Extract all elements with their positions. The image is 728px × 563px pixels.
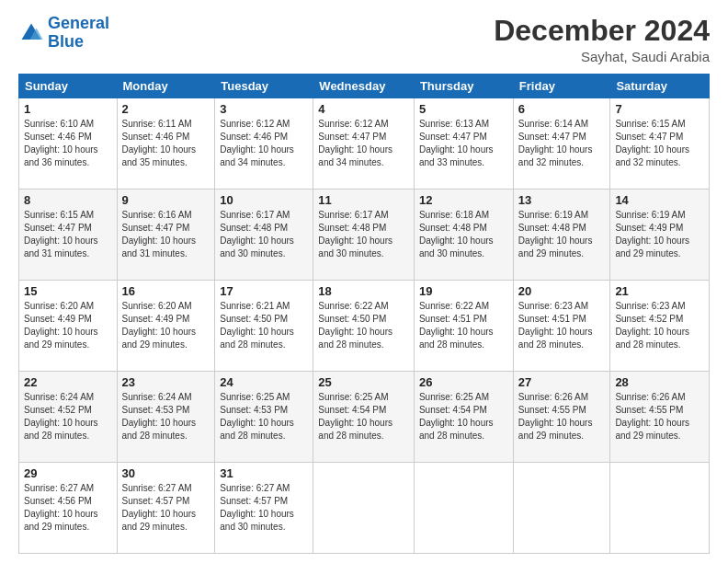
day-info: Sunrise: 6:22 AM Sunset: 4:51 PM Dayligh…	[419, 300, 508, 351]
weekday-header-row: SundayMondayTuesdayWednesdayThursdayFrid…	[19, 75, 710, 98]
day-number: 1	[24, 102, 112, 116]
calendar-week-row: 15Sunrise: 6:20 AM Sunset: 4:49 PM Dayli…	[19, 281, 710, 372]
day-number: 12	[419, 193, 508, 207]
calendar-cell	[513, 463, 610, 554]
day-number: 30	[122, 466, 210, 480]
weekday-header: Wednesday	[313, 75, 415, 98]
day-info: Sunrise: 6:16 AM Sunset: 4:47 PM Dayligh…	[122, 209, 210, 260]
calendar-cell	[610, 463, 710, 554]
weekday-header: Friday	[513, 75, 610, 98]
day-info: Sunrise: 6:12 AM Sunset: 4:46 PM Dayligh…	[220, 118, 308, 169]
day-info: Sunrise: 6:22 AM Sunset: 4:50 PM Dayligh…	[318, 300, 409, 351]
day-number: 20	[518, 284, 606, 298]
calendar-cell: 4Sunrise: 6:12 AM Sunset: 4:47 PM Daylig…	[313, 98, 415, 190]
calendar-cell: 10Sunrise: 6:17 AM Sunset: 4:48 PM Dayli…	[215, 190, 313, 281]
day-info: Sunrise: 6:24 AM Sunset: 4:52 PM Dayligh…	[24, 391, 112, 442]
calendar-cell: 31Sunrise: 6:27 AM Sunset: 4:57 PM Dayli…	[215, 463, 313, 554]
day-info: Sunrise: 6:15 AM Sunset: 4:47 PM Dayligh…	[615, 118, 704, 169]
calendar-cell: 24Sunrise: 6:25 AM Sunset: 4:53 PM Dayli…	[215, 372, 313, 463]
calendar-week-row: 29Sunrise: 6:27 AM Sunset: 4:56 PM Dayli…	[19, 463, 710, 554]
day-number: 8	[24, 193, 112, 207]
day-info: Sunrise: 6:25 AM Sunset: 4:54 PM Dayligh…	[318, 391, 409, 442]
day-number: 16	[122, 284, 210, 298]
day-info: Sunrise: 6:19 AM Sunset: 4:48 PM Dayligh…	[518, 209, 606, 260]
day-number: 7	[615, 102, 704, 116]
day-info: Sunrise: 6:27 AM Sunset: 4:56 PM Dayligh…	[24, 482, 112, 534]
calendar-cell: 25Sunrise: 6:25 AM Sunset: 4:54 PM Dayli…	[313, 372, 415, 463]
day-number: 6	[518, 102, 606, 116]
day-info: Sunrise: 6:18 AM Sunset: 4:48 PM Dayligh…	[419, 209, 508, 260]
day-number: 15	[24, 284, 112, 298]
calendar-cell: 26Sunrise: 6:25 AM Sunset: 4:54 PM Dayli…	[414, 372, 513, 463]
day-info: Sunrise: 6:19 AM Sunset: 4:49 PM Dayligh…	[615, 209, 704, 260]
day-info: Sunrise: 6:27 AM Sunset: 4:57 PM Dayligh…	[220, 482, 308, 534]
day-number: 21	[615, 284, 704, 298]
day-info: Sunrise: 6:26 AM Sunset: 4:55 PM Dayligh…	[518, 391, 606, 442]
day-info: Sunrise: 6:17 AM Sunset: 4:48 PM Dayligh…	[318, 209, 409, 260]
day-number: 3	[220, 102, 308, 116]
day-number: 17	[220, 284, 308, 298]
calendar-cell: 21Sunrise: 6:23 AM Sunset: 4:52 PM Dayli…	[610, 281, 710, 372]
day-info: Sunrise: 6:12 AM Sunset: 4:47 PM Dayligh…	[318, 118, 409, 169]
day-info: Sunrise: 6:24 AM Sunset: 4:53 PM Dayligh…	[122, 391, 210, 442]
calendar-cell: 12Sunrise: 6:18 AM Sunset: 4:48 PM Dayli…	[414, 190, 513, 281]
day-info: Sunrise: 6:21 AM Sunset: 4:50 PM Dayligh…	[220, 300, 308, 351]
day-number: 22	[24, 375, 112, 389]
day-number: 18	[318, 284, 409, 298]
day-info: Sunrise: 6:26 AM Sunset: 4:55 PM Dayligh…	[615, 391, 704, 442]
calendar-cell: 8Sunrise: 6:15 AM Sunset: 4:47 PM Daylig…	[19, 190, 118, 281]
calendar-cell: 15Sunrise: 6:20 AM Sunset: 4:49 PM Dayli…	[19, 281, 118, 372]
logo-text: General Blue	[48, 15, 109, 52]
calendar-cell	[313, 463, 415, 554]
day-info: Sunrise: 6:20 AM Sunset: 4:49 PM Dayligh…	[24, 300, 112, 351]
day-number: 9	[122, 193, 210, 207]
title-block: December 2024 Sayhat, Saudi Arabia	[494, 15, 710, 64]
day-number: 27	[518, 375, 606, 389]
calendar-week-row: 8Sunrise: 6:15 AM Sunset: 4:47 PM Daylig…	[19, 190, 710, 281]
calendar-cell: 5Sunrise: 6:13 AM Sunset: 4:47 PM Daylig…	[414, 98, 513, 190]
day-number: 24	[220, 375, 308, 389]
day-info: Sunrise: 6:11 AM Sunset: 4:46 PM Dayligh…	[122, 118, 210, 169]
calendar-cell: 30Sunrise: 6:27 AM Sunset: 4:57 PM Dayli…	[117, 463, 215, 554]
subtitle: Sayhat, Saudi Arabia	[494, 49, 710, 64]
weekday-header: Saturday	[610, 75, 710, 98]
day-number: 28	[615, 375, 704, 389]
day-info: Sunrise: 6:23 AM Sunset: 4:51 PM Dayligh…	[518, 300, 606, 351]
day-info: Sunrise: 6:13 AM Sunset: 4:47 PM Dayligh…	[419, 118, 508, 169]
day-info: Sunrise: 6:17 AM Sunset: 4:48 PM Dayligh…	[220, 209, 308, 260]
calendar-cell: 19Sunrise: 6:22 AM Sunset: 4:51 PM Dayli…	[414, 281, 513, 372]
calendar-cell: 7Sunrise: 6:15 AM Sunset: 4:47 PM Daylig…	[610, 98, 710, 190]
calendar-week-row: 22Sunrise: 6:24 AM Sunset: 4:52 PM Dayli…	[19, 372, 710, 463]
calendar-cell: 20Sunrise: 6:23 AM Sunset: 4:51 PM Dayli…	[513, 281, 610, 372]
day-number: 26	[419, 375, 508, 389]
day-info: Sunrise: 6:25 AM Sunset: 4:54 PM Dayligh…	[419, 391, 508, 442]
header: General Blue December 2024 Sayhat, Saudi…	[18, 15, 710, 64]
day-info: Sunrise: 6:27 AM Sunset: 4:57 PM Dayligh…	[122, 482, 210, 534]
calendar-cell: 11Sunrise: 6:17 AM Sunset: 4:48 PM Dayli…	[313, 190, 415, 281]
day-number: 10	[220, 193, 308, 207]
calendar-cell: 3Sunrise: 6:12 AM Sunset: 4:46 PM Daylig…	[215, 98, 313, 190]
weekday-header: Monday	[117, 75, 215, 98]
day-info: Sunrise: 6:10 AM Sunset: 4:46 PM Dayligh…	[24, 118, 112, 169]
logo-icon	[18, 20, 44, 46]
calendar-cell: 14Sunrise: 6:19 AM Sunset: 4:49 PM Dayli…	[610, 190, 710, 281]
day-info: Sunrise: 6:20 AM Sunset: 4:49 PM Dayligh…	[122, 300, 210, 351]
day-number: 14	[615, 193, 704, 207]
calendar-cell: 1Sunrise: 6:10 AM Sunset: 4:46 PM Daylig…	[19, 98, 118, 190]
weekday-header: Thursday	[414, 75, 513, 98]
day-number: 29	[24, 466, 112, 480]
weekday-header: Tuesday	[215, 75, 313, 98]
calendar-cell: 13Sunrise: 6:19 AM Sunset: 4:48 PM Dayli…	[513, 190, 610, 281]
page: General Blue December 2024 Sayhat, Saudi…	[0, 0, 728, 563]
calendar-table: SundayMondayTuesdayWednesdayThursdayFrid…	[18, 74, 710, 554]
calendar-cell: 2Sunrise: 6:11 AM Sunset: 4:46 PM Daylig…	[117, 98, 215, 190]
logo: General Blue	[18, 15, 109, 52]
day-number: 4	[318, 102, 409, 116]
day-number: 11	[318, 193, 409, 207]
calendar-cell: 29Sunrise: 6:27 AM Sunset: 4:56 PM Dayli…	[19, 463, 118, 554]
day-info: Sunrise: 6:14 AM Sunset: 4:47 PM Dayligh…	[518, 118, 606, 169]
calendar-cell: 6Sunrise: 6:14 AM Sunset: 4:47 PM Daylig…	[513, 98, 610, 190]
day-number: 25	[318, 375, 409, 389]
calendar-cell: 23Sunrise: 6:24 AM Sunset: 4:53 PM Dayli…	[117, 372, 215, 463]
day-number: 23	[122, 375, 210, 389]
